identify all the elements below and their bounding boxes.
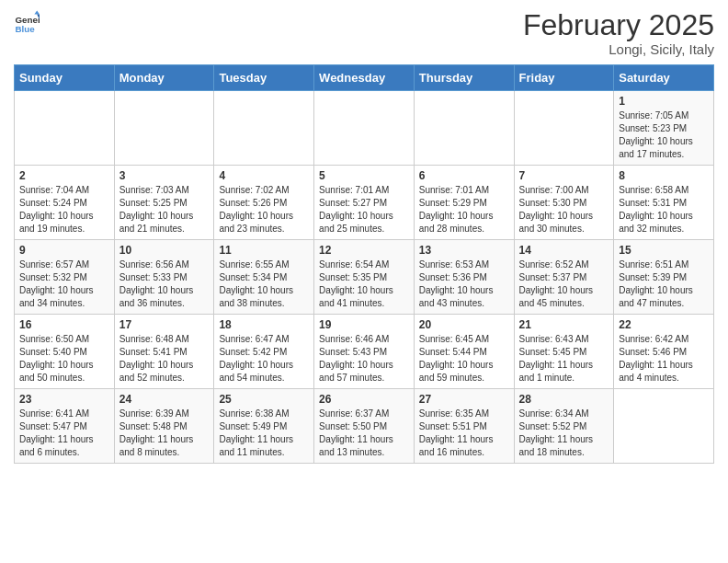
day-number: 3 [119,169,210,182]
day-number: 22 [619,318,709,331]
calendar-week-1: 1Sunrise: 7:05 AM Sunset: 5:23 PM Daylig… [15,91,714,166]
day-number: 2 [19,169,109,182]
day-number: 23 [19,393,109,406]
day-info: Sunrise: 6:50 AM Sunset: 5:40 PM Dayligh… [19,333,109,385]
calendar-cell: 17Sunrise: 6:48 AM Sunset: 5:41 PM Dayli… [114,315,214,389]
calendar-cell: 27Sunrise: 6:35 AM Sunset: 5:51 PM Dayli… [414,389,514,464]
day-info: Sunrise: 6:55 AM Sunset: 5:34 PM Dayligh… [219,259,309,310]
calendar-cell [614,389,714,464]
day-number: 20 [419,318,509,331]
header-friday: Friday [514,65,614,91]
day-info: Sunrise: 6:38 AM Sunset: 5:49 PM Dayligh… [219,408,309,459]
day-info: Sunrise: 7:01 AM Sunset: 5:27 PM Dayligh… [319,184,409,236]
day-info: Sunrise: 6:41 AM Sunset: 5:47 PM Dayligh… [19,408,109,459]
header-monday: Monday [114,65,214,91]
calendar-cell: 12Sunrise: 6:54 AM Sunset: 5:35 PM Dayli… [314,240,415,315]
day-info: Sunrise: 6:56 AM Sunset: 5:33 PM Dayligh… [119,259,210,310]
day-info: Sunrise: 7:01 AM Sunset: 5:29 PM Dayligh… [419,184,509,236]
day-info: Sunrise: 7:04 AM Sunset: 5:24 PM Dayligh… [19,184,109,236]
day-number: 6 [419,169,509,182]
svg-marker-2 [34,10,40,14]
header-thursday: Thursday [414,65,514,91]
calendar-cell [314,91,415,166]
calendar-week-4: 16Sunrise: 6:50 AM Sunset: 5:40 PM Dayli… [15,315,714,389]
calendar-cell [514,91,614,166]
day-number: 17 [119,318,210,331]
header-saturday: Saturday [614,65,714,91]
title-block: February 2025 Longi, Sicily, Italy [523,9,714,57]
calendar-table: Sunday Monday Tuesday Wednesday Thursday… [14,64,714,464]
calendar-cell: 4Sunrise: 7:02 AM Sunset: 5:26 PM Daylig… [214,166,314,240]
day-number: 8 [619,169,709,182]
calendar-cell: 21Sunrise: 6:43 AM Sunset: 5:45 PM Dayli… [514,315,614,389]
calendar-cell: 25Sunrise: 6:38 AM Sunset: 5:49 PM Dayli… [214,389,314,464]
day-info: Sunrise: 6:39 AM Sunset: 5:48 PM Dayligh… [119,408,210,459]
calendar-title: February 2025 [523,9,714,41]
header-tuesday: Tuesday [214,65,314,91]
calendar-cell: 2Sunrise: 7:04 AM Sunset: 5:24 PM Daylig… [15,166,115,240]
day-number: 28 [519,393,609,406]
day-number: 16 [19,318,109,331]
calendar-cell: 7Sunrise: 7:00 AM Sunset: 5:30 PM Daylig… [514,166,614,240]
day-info: Sunrise: 7:02 AM Sunset: 5:26 PM Dayligh… [219,184,309,236]
logo: General Blue [14,9,40,35]
calendar-week-5: 23Sunrise: 6:41 AM Sunset: 5:47 PM Dayli… [15,389,714,464]
day-number: 15 [619,244,709,257]
day-info: Sunrise: 6:34 AM Sunset: 5:52 PM Dayligh… [519,408,609,459]
page-container: General Blue February 2025 Longi, Sicily… [0,0,728,473]
day-info: Sunrise: 6:37 AM Sunset: 5:50 PM Dayligh… [319,408,409,459]
svg-text:Blue: Blue [15,24,35,34]
day-number: 19 [319,318,409,331]
calendar-cell: 14Sunrise: 6:52 AM Sunset: 5:37 PM Dayli… [514,240,614,315]
day-number: 10 [119,244,210,257]
calendar-cell: 18Sunrise: 6:47 AM Sunset: 5:42 PM Dayli… [214,315,314,389]
day-info: Sunrise: 6:51 AM Sunset: 5:39 PM Dayligh… [619,259,709,310]
calendar-cell: 5Sunrise: 7:01 AM Sunset: 5:27 PM Daylig… [314,166,415,240]
day-info: Sunrise: 6:53 AM Sunset: 5:36 PM Dayligh… [419,259,509,310]
calendar-cell: 15Sunrise: 6:51 AM Sunset: 5:39 PM Dayli… [614,240,714,315]
day-number: 26 [319,393,409,406]
day-number: 1 [619,95,709,108]
day-number: 9 [19,244,109,257]
logo-icon: General Blue [14,9,40,35]
header-sunday: Sunday [15,65,115,91]
day-number: 27 [419,393,509,406]
day-number: 21 [519,318,609,331]
calendar-cell: 22Sunrise: 6:42 AM Sunset: 5:46 PM Dayli… [614,315,714,389]
day-info: Sunrise: 6:43 AM Sunset: 5:45 PM Dayligh… [519,333,609,385]
day-info: Sunrise: 6:45 AM Sunset: 5:44 PM Dayligh… [419,333,509,385]
day-number: 5 [319,169,409,182]
calendar-cell: 6Sunrise: 7:01 AM Sunset: 5:29 PM Daylig… [414,166,514,240]
day-info: Sunrise: 6:42 AM Sunset: 5:46 PM Dayligh… [619,333,709,385]
day-number: 13 [419,244,509,257]
day-info: Sunrise: 7:05 AM Sunset: 5:23 PM Dayligh… [619,109,709,161]
day-number: 14 [519,244,609,257]
day-info: Sunrise: 6:48 AM Sunset: 5:41 PM Dayligh… [119,333,210,385]
calendar-cell [15,91,115,166]
calendar-cell: 24Sunrise: 6:39 AM Sunset: 5:48 PM Dayli… [114,389,214,464]
calendar-cell: 8Sunrise: 6:58 AM Sunset: 5:31 PM Daylig… [614,166,714,240]
calendar-cell: 13Sunrise: 6:53 AM Sunset: 5:36 PM Dayli… [414,240,514,315]
header-wednesday: Wednesday [314,65,415,91]
calendar-cell [214,91,314,166]
day-info: Sunrise: 6:35 AM Sunset: 5:51 PM Dayligh… [419,408,509,459]
calendar-cell [414,91,514,166]
calendar-cell: 10Sunrise: 6:56 AM Sunset: 5:33 PM Dayli… [114,240,214,315]
weekday-header-row: Sunday Monday Tuesday Wednesday Thursday… [15,65,714,91]
day-number: 12 [319,244,409,257]
day-number: 11 [219,244,309,257]
day-info: Sunrise: 6:47 AM Sunset: 5:42 PM Dayligh… [219,333,309,385]
calendar-cell: 3Sunrise: 7:03 AM Sunset: 5:25 PM Daylig… [114,166,214,240]
day-info: Sunrise: 6:58 AM Sunset: 5:31 PM Dayligh… [619,184,709,236]
day-number: 25 [219,393,309,406]
calendar-cell: 1Sunrise: 7:05 AM Sunset: 5:23 PM Daylig… [614,91,714,166]
day-info: Sunrise: 6:54 AM Sunset: 5:35 PM Dayligh… [319,259,409,310]
header: General Blue February 2025 Longi, Sicily… [14,9,714,57]
day-info: Sunrise: 6:52 AM Sunset: 5:37 PM Dayligh… [519,259,609,310]
calendar-week-2: 2Sunrise: 7:04 AM Sunset: 5:24 PM Daylig… [15,166,714,240]
day-info: Sunrise: 7:03 AM Sunset: 5:25 PM Dayligh… [119,184,210,236]
day-info: Sunrise: 6:57 AM Sunset: 5:32 PM Dayligh… [19,259,109,310]
day-number: 24 [119,393,210,406]
calendar-cell: 11Sunrise: 6:55 AM Sunset: 5:34 PM Dayli… [214,240,314,315]
day-number: 7 [519,169,609,182]
